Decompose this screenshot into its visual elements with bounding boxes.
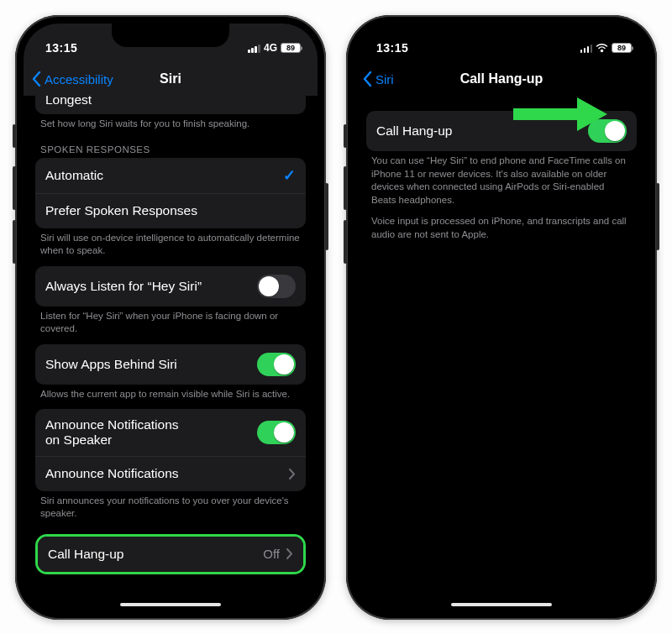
back-label: Siri <box>375 72 394 86</box>
footer-text: Allows the current app to remain visible… <box>35 385 306 410</box>
row-announce-speaker[interactable]: Announce Notifications on Speaker <box>35 409 306 456</box>
row-prefer-spoken[interactable]: Prefer Spoken Responses <box>35 193 306 228</box>
network-label: 4G <box>264 42 277 54</box>
row-label: Call Hang-up <box>376 123 452 139</box>
row-label: Call Hang-up <box>48 547 123 562</box>
footer-text: Set how long Siri waits for you to finis… <box>35 114 306 139</box>
footer-text: Listen for “Hey Siri” when your iPhone i… <box>35 307 306 344</box>
wifi-icon <box>596 44 608 53</box>
chevron-right-icon <box>289 469 296 479</box>
cell-signal-icon <box>580 44 593 53</box>
battery-icon: 89 <box>612 43 632 53</box>
nav-bar: Siri Call Hang-up <box>354 62 648 96</box>
row-label: Show Apps Behind Siri <box>45 357 177 372</box>
chevron-right-icon <box>286 548 293 559</box>
highlight-call-hangup: Call Hang-up Off <box>35 534 306 574</box>
row-label: Announce Notifications <box>45 466 179 481</box>
chevron-left-icon <box>363 71 372 86</box>
row-siri-pause-longest[interactable]: Longest <box>35 96 306 114</box>
row-call-hangup[interactable]: Call Hang-up Off <box>38 537 303 572</box>
footer-text: You can use “Hey Siri” to end phone and … <box>366 151 637 215</box>
row-label: Announce Notifications on Speaker <box>45 417 179 448</box>
section-header-spoken: SPOKEN RESPONSES <box>35 139 306 158</box>
row-label: Always Listen for “Hey Siri” <box>45 279 202 294</box>
status-time: 13:15 <box>45 41 77 55</box>
row-automatic[interactable]: Automatic ✓ <box>35 158 306 193</box>
phone-left: 13:15 4G 89 Accessibility Siri Longest S… <box>15 15 326 620</box>
home-indicator[interactable] <box>120 603 221 606</box>
row-value: Off <box>263 547 280 561</box>
row-label: Longest <box>45 96 92 107</box>
status-time: 13:15 <box>376 41 408 55</box>
home-indicator[interactable] <box>451 603 552 606</box>
nav-bar: Accessibility Siri <box>24 62 318 96</box>
footer-text: Siri will use on-device intelligence to … <box>35 228 306 266</box>
row-show-apps[interactable]: Show Apps Behind Siri <box>35 344 306 385</box>
row-label: Automatic <box>45 168 103 183</box>
checkmark-icon: ✓ <box>283 166 296 185</box>
row-call-hangup-toggle[interactable]: Call Hang-up <box>366 111 637 151</box>
row-label: Prefer Spoken Responses <box>45 203 197 218</box>
back-label: Accessibility <box>45 72 113 86</box>
nav-title: Call Hang-up <box>354 71 648 86</box>
battery-icon: 89 <box>281 43 301 53</box>
notch <box>443 24 560 47</box>
switch-show-apps[interactable] <box>257 353 296 376</box>
back-button[interactable]: Accessibility <box>32 71 113 86</box>
phone-right: 13:15 89 Siri Call Hang-up <box>346 15 657 620</box>
footer-text: Siri announces your notifications to you… <box>35 491 306 529</box>
switch-always-listen[interactable] <box>257 275 296 298</box>
back-button[interactable]: Siri <box>363 71 394 86</box>
row-always-listen[interactable]: Always Listen for “Hey Siri” <box>35 266 306 307</box>
chevron-left-icon <box>32 71 41 86</box>
notch <box>112 24 229 47</box>
footer-text: Voice input is processed on iPhone, and … <box>366 215 637 249</box>
row-announce-notifications[interactable]: Announce Notifications <box>35 456 306 491</box>
switch-call-hangup[interactable] <box>588 119 627 143</box>
switch-announce-speaker[interactable] <box>257 421 296 444</box>
cell-signal-icon <box>248 44 260 53</box>
